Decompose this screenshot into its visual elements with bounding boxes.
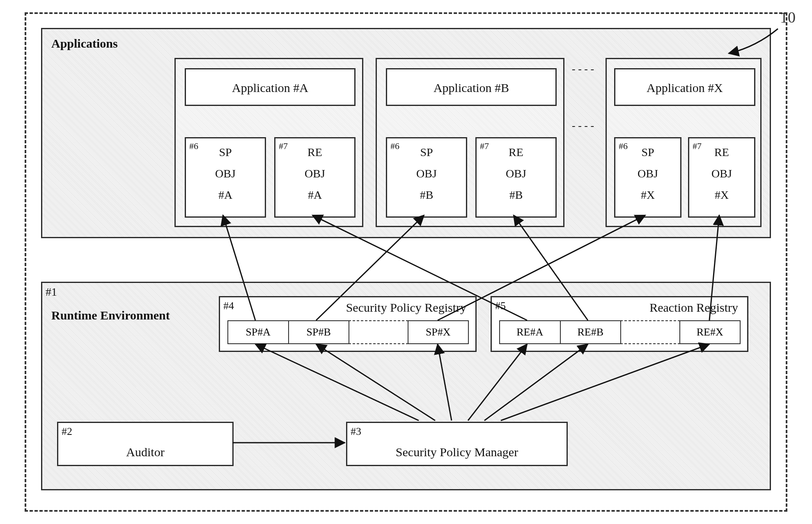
app-b-sp-l3: #B — [387, 188, 466, 202]
runtime-tag: #1 — [46, 285, 57, 299]
sp-cell-gap — [349, 320, 408, 344]
application-x-card: Application #X #6 SP OBJ #X #7 RE OBJ #X — [606, 58, 762, 227]
application-a-title: Application #A — [186, 81, 354, 95]
sp-cell-b: SP#B — [288, 320, 350, 344]
application-a-card: Application #A #6 SP OBJ #A #7 RE OBJ #A — [174, 58, 363, 227]
app-a-sp-obj: #6 SP OBJ #A — [185, 137, 266, 218]
re-registry-title: Reaction Registry — [649, 301, 738, 315]
re-cell-gap — [620, 320, 680, 344]
app-x-sp-obj: #6 SP OBJ #X — [614, 137, 681, 218]
app-b-sp-obj: #6 SP OBJ #B — [386, 137, 467, 218]
applications-title: Applications — [51, 37, 118, 51]
app-b-re-l2: OBJ — [477, 167, 555, 180]
re-cell-b: RE#B — [560, 320, 622, 344]
ellipsis-mid: - - - - — [572, 120, 594, 132]
app-a-re-l2: OBJ — [275, 167, 354, 180]
re-registry-tag: #5 — [495, 300, 506, 312]
runtime-panel: #1 Runtime Environment #4 Security Polic… — [41, 282, 771, 490]
application-x-title: Application #X — [615, 81, 754, 95]
app-b-sp-l2: OBJ — [387, 167, 466, 180]
app-b-sp-l1: SP — [387, 146, 466, 159]
application-x-title-box: Application #X — [614, 68, 755, 106]
application-b-title: Application #B — [387, 81, 555, 95]
sp-cell-x: SP#X — [408, 320, 469, 344]
re-registry-box: #5 Reaction Registry RE#A RE#B RE#X — [491, 296, 748, 352]
app-a-re-l1: RE — [275, 146, 354, 159]
re-cell-x: RE#X — [679, 320, 741, 344]
app-a-sp-l1: SP — [186, 146, 265, 159]
manager-box: #3 Security Policy Manager — [346, 422, 568, 466]
app-b-re-l1: RE — [477, 146, 555, 159]
app-x-re-l2: OBJ — [689, 167, 754, 180]
manager-tag: #3 — [351, 425, 361, 438]
application-b-card: Application #B #6 SP OBJ #B #7 RE OBJ #B — [376, 58, 564, 227]
auditor-tag: #2 — [62, 425, 72, 438]
application-b-title-box: Application #B — [386, 68, 557, 106]
sp-registry-tag: #4 — [223, 300, 234, 312]
app-x-re-l1: RE — [689, 146, 754, 159]
app-x-re-l3: #X — [689, 188, 754, 202]
app-x-sp-l3: #X — [615, 188, 680, 202]
application-a-title-box: Application #A — [185, 68, 356, 106]
manager-title: Security Policy Manager — [347, 445, 567, 459]
app-b-re-obj: #7 RE OBJ #B — [475, 137, 557, 218]
app-x-sp-l2: OBJ — [615, 167, 680, 180]
sp-registry-title: Security Policy Registry — [346, 301, 466, 315]
runtime-title: Runtime Environment — [51, 308, 170, 322]
app-x-re-obj: #7 RE OBJ #X — [688, 137, 755, 218]
auditor-box: #2 Auditor — [57, 422, 234, 466]
re-cell-a: RE#A — [499, 320, 561, 344]
app-a-sp-l2: OBJ — [186, 167, 265, 180]
auditor-title: Auditor — [58, 445, 232, 459]
sp-cell-a: SP#A — [227, 320, 289, 344]
app-b-re-l3: #B — [477, 188, 555, 202]
ellipsis-top: - - - - — [572, 63, 594, 75]
re-registry-strip: RE#A RE#B RE#X — [499, 320, 740, 344]
sp-registry-strip: SP#A SP#B SP#X — [227, 320, 468, 344]
app-a-re-obj: #7 RE OBJ #A — [274, 137, 356, 218]
app-x-sp-l1: SP — [615, 146, 680, 159]
app-a-re-l3: #A — [275, 188, 354, 202]
app-a-sp-l3: #A — [186, 188, 265, 202]
callout-number: 10 — [780, 8, 796, 26]
sp-registry-box: #4 Security Policy Registry SP#A SP#B SP… — [219, 296, 477, 352]
applications-panel: Applications Application #A #6 SP OBJ #A… — [41, 28, 771, 238]
